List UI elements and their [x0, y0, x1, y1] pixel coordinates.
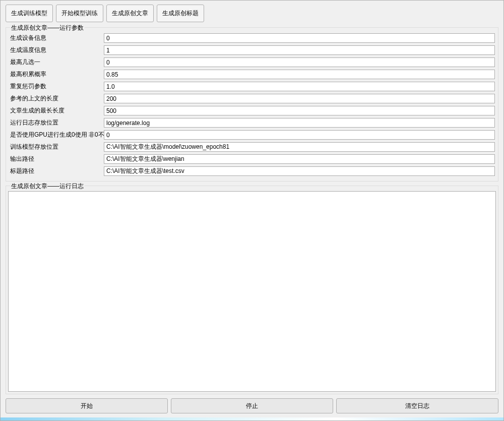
generate-original-article-button[interactable]: 生成原创文章: [106, 5, 154, 22]
app-window: 生成训练模型 开始模型训练 生成原创文章 生成原创标题 生成原创文章——运行参数…: [0, 0, 504, 421]
device-info-input[interactable]: [104, 33, 495, 43]
param-row-topp: 最高积累概率: [9, 69, 495, 80]
run-log-group: 生成原创文章——运行日志: [6, 186, 498, 394]
param-row-device: 生成设备信息: [9, 33, 495, 43]
topp-input[interactable]: [104, 70, 495, 79]
param-label: 最高积累概率: [9, 70, 104, 79]
generate-train-model-button[interactable]: 生成训练模型: [6, 5, 53, 22]
temperature-input[interactable]: [104, 45, 495, 55]
param-label: 是否使用GPU进行生成0使用 非0不使用: [9, 131, 104, 139]
param-label: 最高几选一: [9, 58, 104, 67]
param-label: 生成温度信息: [9, 46, 104, 54]
clear-log-button[interactable]: 清空日志: [336, 398, 498, 413]
run-log-group-title: 生成原创文章——运行日志: [10, 182, 85, 191]
title-path-input[interactable]: [104, 166, 495, 176]
param-label: 重复惩罚参数: [9, 82, 104, 91]
param-label: 生成设备信息: [9, 34, 104, 42]
param-label: 运行日志存放位置: [9, 118, 104, 127]
param-row-model-path: 训练模型存放位置: [9, 142, 495, 152]
start-button[interactable]: 开始: [6, 398, 168, 413]
run-params-group: 生成原创文章——运行参数 生成设备信息 生成温度信息 最高几选一 最高积累概率 …: [6, 27, 498, 182]
param-row-output-path: 输出路径: [9, 154, 495, 164]
param-row-title-path: 标题路径: [9, 166, 495, 176]
bottom-toolbar: 开始 停止 清空日志: [1, 394, 503, 417]
param-row-topk: 最高几选一: [9, 57, 495, 68]
repetition-penalty-input[interactable]: [104, 82, 495, 91]
param-label: 参考的上文的长度: [9, 94, 104, 103]
param-row-log-path: 运行日志存放位置: [9, 117, 495, 128]
param-row-repetition: 重复惩罚参数: [9, 81, 495, 92]
log-textarea[interactable]: [8, 191, 496, 392]
output-path-input[interactable]: [104, 154, 495, 164]
param-row-context-len: 参考的上文的长度: [9, 93, 495, 104]
param-label: 标题路径: [9, 167, 104, 175]
top-toolbar: 生成训练模型 开始模型训练 生成原创文章 生成原创标题: [1, 1, 503, 24]
run-params-group-title: 生成原创文章——运行参数: [10, 24, 85, 32]
log-path-input[interactable]: [104, 118, 495, 128]
stop-button[interactable]: 停止: [171, 398, 333, 413]
topk-input[interactable]: [104, 57, 495, 67]
start-model-training-button[interactable]: 开始模型训练: [56, 5, 103, 22]
param-label: 输出路径: [9, 155, 104, 163]
max-length-input[interactable]: [104, 106, 495, 115]
content-wrapper: 生成训练模型 开始模型训练 生成原创文章 生成原创标题 生成原创文章——运行参数…: [1, 1, 503, 417]
context-length-input[interactable]: [104, 94, 495, 103]
param-row-use-gpu: 是否使用GPU进行生成0使用 非0不使用: [9, 130, 495, 140]
param-label: 训练模型存放位置: [9, 143, 104, 151]
use-gpu-input[interactable]: [104, 130, 495, 140]
param-row-temperature: 生成温度信息: [9, 45, 495, 55]
param-label: 文章生成的最长长度: [9, 106, 104, 115]
generate-original-title-button[interactable]: 生成原创标题: [157, 5, 204, 22]
model-path-input[interactable]: [104, 142, 495, 152]
taskbar-edge: [1, 417, 503, 420]
param-row-max-len: 文章生成的最长长度: [9, 105, 495, 116]
